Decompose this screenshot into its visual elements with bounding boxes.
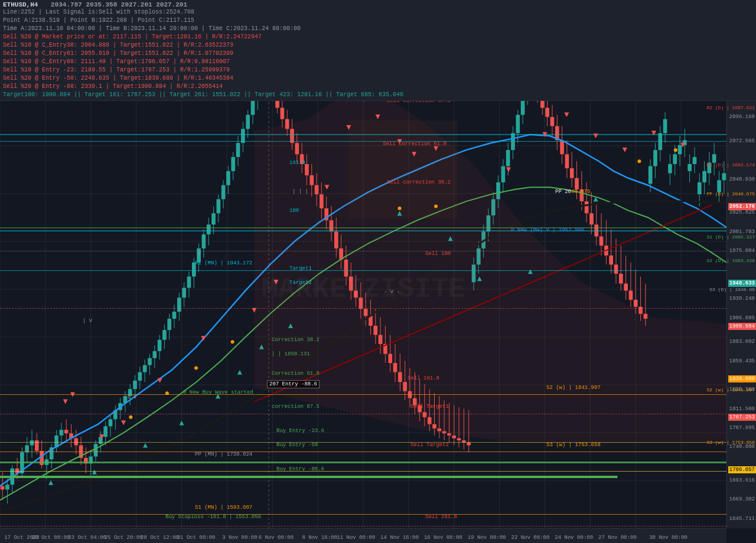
l1767-line (0, 414, 726, 414)
p2072-price: 2072.565 (729, 138, 755, 144)
time-14: 24 Nov 00:00 (555, 535, 593, 541)
time-5: 31 Oct 00:00 (177, 535, 216, 541)
l1551-line (0, 526, 726, 526)
p1883-price: 1883.092 (729, 339, 755, 345)
l1900-box: 1900.884 (728, 323, 756, 330)
time-6: 3 Nov 00:00 (222, 535, 257, 541)
current-price-box: 2052.176 (728, 203, 756, 210)
info-line4: Sell %20 @ Market price or at: 2117.115 … (3, 33, 753, 41)
s3d-right: S3 (D) | 1948.08 (709, 287, 755, 292)
time-4: 28 Oct 12:00 (141, 535, 179, 541)
time-1: 20 Oct 08:00 (32, 535, 70, 541)
s3w-line (0, 452, 726, 452)
s1d-right: S1 (D) | 2005.327 (706, 234, 755, 239)
l1706-line (0, 442, 726, 443)
s2w-box: 1839.688 (728, 375, 756, 382)
p2025-price: 2025.825 (729, 210, 755, 215)
p1693-price: 1693.616 (729, 477, 755, 483)
info-line8: Sell %10 @ Entry -23: 2189.55 | Target:1… (3, 66, 753, 74)
l1900-line (0, 308, 726, 309)
s1mn-line (0, 514, 726, 515)
chart-container: ETHUSD,H4 2034.787 2035.358 2027.201 202… (0, 0, 756, 543)
top-bar: ETHUSD,H4 2034.787 2035.358 2027.201 202… (0, 0, 756, 101)
p2096-price: 2096.168 (729, 114, 755, 120)
p1787-price: 1787.995 (729, 425, 755, 431)
chart-area[interactable]: MARKETZISITE (0, 50, 726, 528)
info-line7: Sell %10 @ C_Entry88: 2111.49 | Target:1… (3, 58, 753, 66)
main-canvas (0, 50, 726, 528)
ohlc: 2034.787 2035.358 2027.201 2027.201 (51, 1, 187, 8)
p1978-price: 1975.004 (729, 248, 755, 254)
time-13: 22 Nov 08:00 (511, 535, 549, 541)
r2mn-line (0, 141, 726, 142)
p1859-price: 1859.435 (729, 358, 755, 364)
p1906-price: 1906.885 (729, 315, 755, 321)
info-line6: Sell %10 @ C_Entry61: 2055.919 | Target:… (3, 50, 753, 58)
symbol: ETHUSD,H4 (3, 1, 38, 8)
time-2: 23 Oct 04:00 (68, 535, 106, 541)
info-line10: Sell %20 @ Entry -88: 2330.1 | Target:19… (3, 83, 753, 91)
info-line2: Point A:2138.519 | Point B:1922.288 | Po… (3, 17, 753, 25)
info-line1: Line:2252 | Last Signal is:Sell with sto… (3, 8, 753, 17)
ppd-right: PP (D) | 2040.675 (706, 191, 755, 197)
time-axis: 17 Oct 2023 20 Oct 08:00 23 Oct 04:00 25… (0, 528, 726, 543)
time-12: 19 Nov 00:00 (468, 535, 506, 541)
p2048-price: 2048.830 (729, 176, 755, 182)
r2d-right: R2 (D) | 2097.922 (706, 105, 755, 110)
s2d-right: S2 (D) | 1983.428 (706, 258, 755, 263)
s2w-line (0, 394, 726, 395)
price-axis: 2167.660 2143.358 2119.821 2096.168 2072… (726, 50, 756, 528)
info-line11: Target100: 1900.884 || Target 161: 1767.… (3, 91, 753, 99)
time-11: 16 Nov 08:00 (424, 535, 462, 541)
p1930-price: 1930.248 (729, 296, 755, 302)
p1645-price: 1645.711 (729, 516, 755, 522)
info-line3: Time A:2023.11.10 04:00:00 | Time B:2023… (3, 25, 753, 33)
info-line9: Sell %20 @ Entry -50: 2246.635 | Target:… (3, 74, 753, 83)
l1706-box: 1706.057 (728, 466, 756, 473)
s3w-right: S3 (w) | 1753.658 (706, 440, 755, 445)
s3d-price-box: 1948.633 (728, 280, 756, 287)
p1811-price: 1811.508 (729, 406, 755, 412)
time-16: 30 Nov 00:00 (649, 535, 687, 541)
time-8: 8 Nov 16:00 (302, 535, 337, 541)
time-10: 14 Nov 16:00 (380, 535, 419, 541)
p1740-price: 1740.808 (729, 444, 755, 450)
symbol-title: ETHUSD,H4 2034.787 2035.358 2027.201 202… (3, 1, 753, 8)
l1767-box: 1767.253 (728, 414, 756, 421)
current-area-line (0, 227, 726, 228)
r1d-right: R1 (D) | 2062.574 (706, 162, 755, 168)
l1975-line (0, 251, 726, 251)
time-15: 27 Nov 08:00 (598, 535, 637, 541)
time-3: 25 Oct 20:00 (105, 535, 143, 541)
r1mn-line (0, 270, 726, 271)
s2w-right: S2 (w) | 1841.907 (706, 387, 755, 392)
y1706-line (0, 471, 726, 472)
info-line5: Sell %10 @ C_Entry38: 2004.888 | Target:… (3, 41, 753, 50)
time-7: 6 Nov 00:00 (259, 535, 294, 541)
time-9: 11 Nov 00:00 (337, 535, 375, 541)
p1669-price: 1669.302 (729, 496, 755, 502)
ppgn-line (0, 462, 726, 463)
